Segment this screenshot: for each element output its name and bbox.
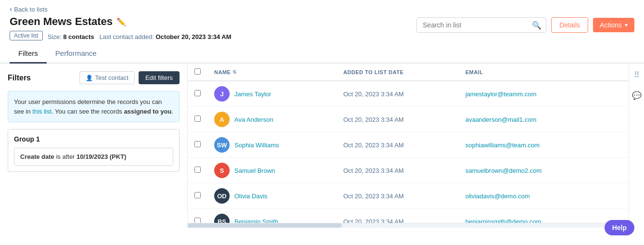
grid-icon-button[interactable]: ⠿: [632, 68, 642, 81]
name-column-header[interactable]: NAME ⇅: [207, 64, 336, 81]
contact-date: Oct 20, 2023 3:34 AM: [336, 158, 459, 183]
row-checkbox[interactable]: [194, 141, 201, 147]
select-all-header[interactable]: [188, 64, 207, 81]
active-badge: Active list: [10, 31, 43, 40]
avatar: OD: [214, 188, 230, 204]
contact-email: samuelbrown@demo2.com: [459, 158, 629, 183]
avatar: S: [214, 163, 230, 178]
row-checkbox[interactable]: [194, 167, 201, 173]
filters-title: Filters: [8, 74, 31, 82]
date-column-header[interactable]: ADDED TO LIST DATE: [336, 64, 459, 81]
this-list-link[interactable]: this list: [32, 108, 52, 115]
avatar: A: [214, 112, 230, 127]
row-checkbox[interactable]: [194, 218, 201, 223]
tab-performance[interactable]: Performance: [47, 44, 105, 64]
search-input[interactable]: [416, 17, 546, 33]
row-checkbox[interactable]: [194, 90, 201, 96]
contact-date: Oct 20, 2023 3:34 AM: [336, 183, 459, 209]
contact-date: Oct 20, 2023 3:34 AM: [336, 132, 459, 158]
back-link[interactable]: Back to lists: [10, 5, 634, 13]
help-button[interactable]: Help: [605, 220, 634, 228]
table-row: AAva AndersonOct 20, 2023 3:34 AMavaande…: [188, 107, 629, 132]
edit-icon[interactable]: ✏️: [116, 17, 126, 26]
row-checkbox[interactable]: [194, 192, 201, 198]
contact-email: jamestaylor@teamm.com: [459, 81, 629, 107]
chat-icon-button[interactable]: 💬: [630, 89, 644, 102]
contact-name-link[interactable]: Samuel Brown: [234, 167, 275, 174]
permissions-notice: Your user permissions determine the reco…: [8, 91, 180, 122]
avatar: BS: [214, 214, 230, 223]
contact-email: oliviadavis@demo.com: [459, 183, 629, 209]
list-meta: Size: 8 contacts Last contact added: Oct…: [48, 33, 232, 40]
contact-name-link[interactable]: Benjamin Smith: [234, 218, 278, 223]
contact-date: Oct 20, 2023 3:34 AM: [336, 209, 459, 223]
table-row: ODOlivia DavisOct 20, 2023 3:34 AMolivia…: [188, 183, 629, 209]
row-checkbox[interactable]: [194, 116, 201, 122]
contact-name-link[interactable]: James Taylor: [234, 90, 271, 98]
contact-email: avaanderson@mail1.com: [459, 107, 629, 132]
contact-date: Oct 20, 2023 3:34 AM: [336, 107, 459, 132]
table-row: BSBenjamin SmithOct 20, 2023 3:34 AMbenj…: [188, 209, 629, 223]
tab-filters[interactable]: Filters: [10, 44, 47, 64]
table-row: SSamuel BrownOct 20, 2023 3:34 AMsamuelb…: [188, 158, 629, 183]
contact-date: Oct 20, 2023 3:34 AM: [336, 81, 459, 107]
filter-rule: Create date is after 10/19/2023 (PKT): [14, 148, 173, 166]
page-title: Green Mews Estates: [10, 15, 113, 28]
test-contact-button[interactable]: Test contact: [79, 71, 135, 84]
name-sort-icon: ⇅: [232, 69, 237, 75]
contact-name-link[interactable]: Olivia Davis: [234, 193, 268, 200]
contact-name-link[interactable]: Ava Anderson: [234, 116, 273, 123]
contact-name-link[interactable]: Sophia Williams: [234, 142, 279, 149]
search-icon-button[interactable]: 🔍: [532, 21, 541, 30]
group1-title: Group 1: [14, 135, 173, 143]
select-all-checkbox[interactable]: [194, 68, 201, 75]
table-row: SWSophia WilliamsOct 20, 2023 3:34 AMsop…: [188, 132, 629, 158]
edit-filters-button[interactable]: Edit filters: [139, 71, 180, 84]
details-button[interactable]: Details: [551, 17, 588, 33]
email-column-header[interactable]: EMAIL: [459, 64, 629, 81]
actions-button[interactable]: Actions: [593, 18, 634, 32]
table-row: JJames TaylorOct 20, 2023 3:34 AMjamesta…: [188, 81, 629, 107]
avatar: J: [214, 86, 230, 102]
contact-email: benjaminsmith@demo.com: [459, 209, 629, 223]
avatar: SW: [214, 137, 230, 153]
contact-email: sophiawilliams@team.com: [459, 132, 629, 158]
